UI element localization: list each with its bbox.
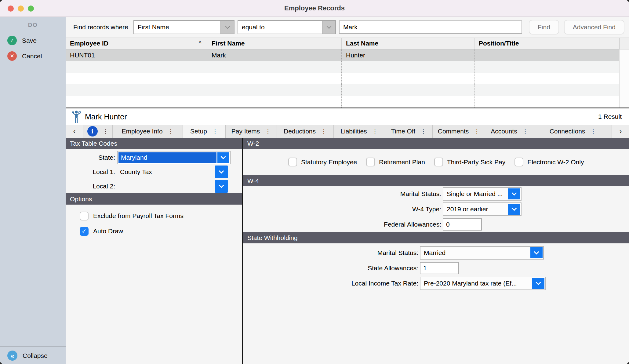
result-count: 1 Result — [598, 113, 622, 120]
record-name: Mark Hunter — [85, 112, 127, 121]
tab-comments[interactable]: Comments ⋮ — [433, 125, 485, 138]
w4-marital-status-chevron-down-icon[interactable] — [508, 188, 520, 199]
tabs-scroll-left-button[interactable]: ‹ — [66, 125, 83, 138]
titlebar: Employee Records — [0, 0, 629, 17]
w2-header: W-2 — [243, 138, 629, 149]
federal-allowances-input[interactable] — [443, 218, 482, 231]
tax-table-codes-header: Tax Table Codes — [66, 138, 242, 149]
tab-bar: ‹ i ⋮ Employee Info ⋮ Setup ⋮ Pay Items … — [66, 125, 629, 138]
tab-menu-icon[interactable]: ⋮ — [590, 128, 596, 135]
table-row-empty — [66, 73, 629, 84]
retirement-plan-checkbox[interactable] — [366, 158, 375, 166]
save-button[interactable]: ✓ Save — [0, 33, 66, 48]
local1-chevron-down-icon[interactable] — [215, 166, 228, 178]
tab-menu-icon[interactable]: ⋮ — [168, 128, 174, 135]
tab-menu-icon[interactable]: ⋮ — [265, 128, 271, 135]
tab-menu-icon[interactable]: ⋮ — [372, 128, 378, 135]
table-row-selected[interactable]: HUNT01 Mark Hunter — [66, 49, 629, 61]
tab-menu-icon[interactable]: ⋮ — [212, 128, 218, 135]
local2-row: Local 2: — [66, 179, 242, 193]
tab-connections[interactable]: Connections ⋮ — [534, 125, 612, 138]
zoom-window-button[interactable] — [28, 5, 34, 12]
state-marital-status-dropdown[interactable]: Married — [420, 246, 544, 260]
electronic-w2-only-group: Electronic W-2 Only — [514, 158, 584, 166]
tab-time-off[interactable]: Time Off ⋮ — [385, 125, 433, 138]
exclude-payroll-tax-forms-row: Exclude from Payroll Tax Forms — [66, 208, 242, 224]
statutory-employee-group: Statutory Employee — [288, 158, 357, 166]
search-input[interactable] — [339, 20, 522, 34]
find-records-where-label: Find records where — [73, 24, 133, 31]
state-allowances-label: State Allowances: — [243, 264, 418, 272]
state-chevron-down-icon[interactable] — [217, 152, 229, 163]
tab-menu-icon[interactable]: ⋮ — [321, 128, 327, 135]
w4-type-label: W-4 Type: — [243, 206, 441, 213]
third-party-sick-pay-checkbox[interactable] — [434, 158, 443, 166]
state-withholding-header: State Withholding — [243, 232, 629, 243]
local-income-tax-rate-dropdown[interactable]: Pre-2020 Maryland tax rate (Ef... — [420, 277, 546, 290]
column-header-last-name[interactable]: Last Name — [341, 38, 474, 49]
operator-select-chevron-icon[interactable] — [322, 21, 335, 34]
state-value-selected: Maryland — [118, 152, 216, 163]
cell-position-title — [474, 49, 619, 61]
withholding-panel: W-2 Statutory Employee Retirement Plan — [243, 138, 629, 364]
tab-pay-items[interactable]: Pay Items ⋮ — [226, 125, 277, 138]
tabs-scroll-right-button[interactable]: › — [612, 125, 629, 138]
state-dropdown[interactable]: Maryland — [117, 151, 231, 164]
traffic-lights — [8, 5, 34, 12]
minimize-window-button[interactable] — [18, 5, 24, 12]
statutory-employee-checkbox[interactable] — [288, 158, 297, 166]
table-header-scroll-corner — [619, 38, 629, 49]
window-title: Employee Records — [284, 4, 345, 12]
tab-info[interactable]: i ⋮ — [83, 125, 113, 138]
state-marital-status-chevron-down-icon[interactable] — [530, 247, 543, 258]
cell-first-name: Mark — [207, 49, 341, 61]
cancel-button[interactable]: ✕ Cancel — [0, 48, 66, 64]
setup-tab-content: Tax Table Codes State: Maryland Local 1:… — [66, 138, 629, 364]
federal-allowances-label: Federal Allowances: — [243, 221, 441, 228]
advanced-find-button[interactable]: Advanced Find — [564, 20, 624, 35]
w4-type-dropdown[interactable]: 2019 or earlier — [443, 202, 522, 216]
w4-type-chevron-down-icon[interactable] — [508, 204, 520, 215]
auto-draw-checkbox[interactable]: ✓ — [80, 227, 89, 236]
column-header-employee-id[interactable]: Employee ID ^ — [66, 38, 207, 49]
tab-menu-icon[interactable]: ⋮ — [474, 128, 480, 135]
tab-accounts[interactable]: Accounts ⋮ — [485, 125, 534, 138]
tab-setup[interactable]: Setup ⋮ — [183, 125, 226, 138]
local-income-tax-rate-label: Local Income Tax Rate: — [243, 280, 418, 287]
column-header-first-name[interactable]: First Name — [207, 38, 341, 49]
local2-chevron-down-icon[interactable] — [215, 180, 228, 193]
main-area: Find records where First Name equal to F… — [66, 17, 629, 364]
record-header: Mark Hunter 1 Result — [66, 107, 629, 125]
state-allowances-input[interactable] — [420, 262, 459, 274]
w4-type-value: 2019 or earlier — [444, 204, 507, 215]
w4-marital-status-dropdown[interactable]: Single or Married ... — [443, 187, 522, 201]
collapse-chevrons-icon: « — [7, 351, 17, 361]
close-window-button[interactable] — [8, 5, 14, 12]
tab-employee-info[interactable]: Employee Info ⋮ — [113, 125, 183, 138]
table-scrollbar-track[interactable] — [619, 49, 629, 61]
tab-menu-icon[interactable]: ⋮ — [420, 128, 426, 135]
collapse-sidebar-button[interactable]: « Collapse — [0, 347, 66, 364]
local-income-tax-rate-chevron-down-icon[interactable] — [532, 278, 544, 289]
find-button[interactable]: Find — [529, 20, 559, 35]
column-header-position-title[interactable]: Position/Title — [474, 38, 619, 49]
state-marital-status-row: Marital Status: Married — [243, 245, 629, 260]
w4-marital-status-label: Marital Status: — [243, 190, 441, 198]
w4-type-row: W-4 Type: 2019 or earlier — [243, 202, 629, 217]
state-marital-status-label: Marital Status: — [243, 249, 418, 257]
operator-select-value: equal to — [238, 21, 322, 34]
tab-menu-icon[interactable]: ⋮ — [103, 128, 109, 135]
retirement-plan-label: Retirement Plan — [379, 158, 425, 166]
electronic-w2-only-checkbox[interactable] — [514, 158, 523, 166]
local-income-tax-rate-row: Local Income Tax Rate: Pre-2020 Maryland… — [243, 276, 629, 291]
cell-employee-id: HUNT01 — [66, 49, 207, 61]
exclude-payroll-tax-forms-checkbox[interactable] — [80, 212, 89, 220]
auto-draw-row: ✓ Auto Draw — [66, 224, 242, 239]
third-party-sick-pay-label: Third-Party Sick Pay — [447, 158, 505, 166]
tab-menu-icon[interactable]: ⋮ — [522, 128, 528, 135]
operator-select[interactable]: equal to — [238, 20, 336, 34]
tab-liabilities[interactable]: Liabilities ⋮ — [334, 125, 385, 138]
tab-deductions[interactable]: Deductions ⋮ — [277, 125, 334, 138]
field-select[interactable]: First Name — [133, 20, 235, 34]
field-select-chevron-icon[interactable] — [220, 21, 234, 34]
